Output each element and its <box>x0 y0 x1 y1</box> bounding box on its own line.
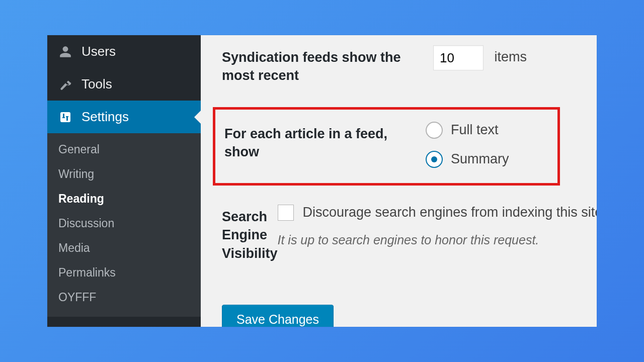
wrench-icon <box>58 77 72 92</box>
setting-row-search-visibility: Search Engine Visibility Discourage sear… <box>222 205 597 262</box>
syndication-control: items <box>433 45 597 70</box>
svg-rect-2 <box>62 117 65 118</box>
sliders-icon <box>58 110 72 124</box>
sev-hint: It is up to search engines to honor this… <box>278 233 597 247</box>
svg-rect-0 <box>60 112 70 122</box>
feed-show-control: Full text Summary <box>426 122 546 168</box>
admin-sidebar: Users Tools Settings General Writing Rea… <box>47 35 201 327</box>
submenu-item-general[interactable]: General <box>47 137 201 162</box>
svg-rect-1 <box>63 114 64 117</box>
radio-icon <box>426 151 443 168</box>
sev-checkbox-label: Discourage search engines from indexing … <box>303 205 597 220</box>
submenu-item-reading[interactable]: Reading <box>47 187 201 211</box>
sidebar-item-tools[interactable]: Tools <box>47 68 201 101</box>
svg-rect-4 <box>66 116 68 117</box>
user-icon <box>58 45 72 59</box>
setting-row-feed-show: For each article in a feed, show Full te… <box>224 122 546 168</box>
svg-rect-3 <box>66 117 68 121</box>
radio-icon <box>426 122 443 139</box>
submenu-item-discussion[interactable]: Discussion <box>47 211 201 236</box>
submenu-item-media[interactable]: Media <box>47 236 201 260</box>
sidebar-item-label: Users <box>82 44 116 59</box>
sev-checkbox-row[interactable]: Discourage search engines from indexing … <box>278 205 597 221</box>
syndication-label: Syndication feeds show the most recent <box>222 45 433 85</box>
radio-label: Full text <box>451 122 499 138</box>
sidebar-item-settings[interactable]: Settings <box>47 101 201 133</box>
settings-submenu: General Writing Reading Discussion Media… <box>47 133 201 317</box>
radio-full-text[interactable]: Full text <box>426 122 546 139</box>
sev-label: Search Engine Visibility <box>222 205 278 262</box>
setting-row-syndication: Syndication feeds show the most recent i… <box>222 45 597 85</box>
radio-label: Summary <box>451 151 509 167</box>
checkbox-icon <box>278 205 294 221</box>
sidebar-item-users[interactable]: Users <box>47 35 201 68</box>
submenu-item-writing[interactable]: Writing <box>47 162 201 187</box>
syndication-count-input[interactable] <box>433 45 484 70</box>
admin-window: Users Tools Settings General Writing Rea… <box>47 35 597 327</box>
submenu-item-oyfff[interactable]: OYFFF <box>47 285 201 310</box>
radio-summary[interactable]: Summary <box>426 151 546 168</box>
syndication-suffix: items <box>495 49 527 64</box>
highlight-box: For each article in a feed, show Full te… <box>213 107 560 186</box>
sidebar-item-label: Tools <box>82 76 112 92</box>
feed-show-label: For each article in a feed, show <box>224 122 426 161</box>
submenu-item-permalinks[interactable]: Permalinks <box>47 260 201 285</box>
save-changes-button[interactable]: Save Changes <box>222 305 334 327</box>
sev-control: Discourage search engines from indexing … <box>278 205 597 247</box>
sidebar-item-label: Settings <box>82 109 129 125</box>
settings-content: Syndication feeds show the most recent i… <box>201 35 597 327</box>
